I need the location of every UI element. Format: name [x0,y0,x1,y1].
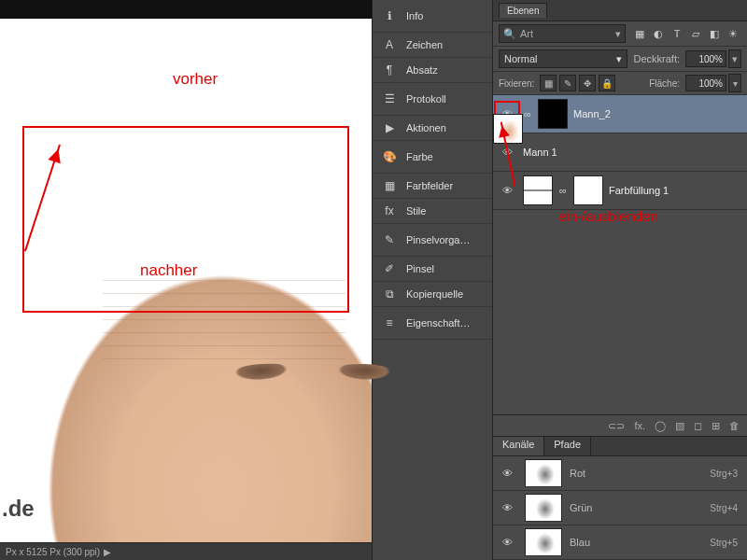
layer-row[interactable]: 👁∞Mann_2 [493,95,747,133]
channel-shortcut: Strg+4 [710,503,743,513]
lock-toggle[interactable]: ▦ [540,75,557,91]
channel-thumb[interactable] [525,528,562,556]
document-dimensions: Px x 5125 Px (300 ppi) [6,547,100,557]
layers-footer-button[interactable]: ⊂⊃ [608,420,625,432]
panel-shortcut-protokoll[interactable]: ☰Protokoll [373,83,492,116]
label-before: vorher [173,70,218,89]
fill-label: Fläche: [649,78,680,89]
panel-icon: ☰ [382,92,397,105]
annotation-text: ein-/ausblenden [549,203,668,230]
chevron-down-icon: ▾ [615,28,621,40]
panel-label: Zeichen [406,39,483,50]
panel-icon: ✎ [382,233,397,246]
mask-thumb[interactable] [573,175,603,205]
layers-footer-button[interactable]: fx. [634,420,645,431]
opacity-label: Deckkraft: [633,53,680,64]
panel-icon: ℹ [382,9,397,22]
panel-label: Pinselvorga… [406,234,483,245]
layers-footer-button[interactable]: ⊞ [712,420,720,432]
filter-icon[interactable]: ▦ [631,25,648,42]
lock-label: Fixieren: [499,78,534,89]
label-after: nachher [140,261,197,280]
collapsed-panels-dock: ℹInfoAZeichen¶Absatz☰Protokoll▶Aktionen🎨… [372,0,493,560]
panel-shortcut-zeichen[interactable]: AZeichen [373,33,492,58]
panel-shortcut-farbe[interactable]: 🎨Farbe [373,141,492,174]
panel-label: Kopierquelle [406,288,483,300]
tab-layers[interactable]: Ebenen [499,3,547,18]
visibility-toggle[interactable]: 👁 [497,497,517,518]
layers-footer-button[interactable]: ◻ [694,420,702,432]
fill-input[interactable] [685,75,726,91]
filter-icon[interactable]: ▱ [687,25,704,42]
layers-footer-button[interactable]: ◯ [655,420,666,432]
lock-toggle[interactable]: 🔒 [599,75,615,91]
channel-thumb[interactable] [525,459,562,487]
panel-shortcut-kopierquelle[interactable]: ⧉Kopierquelle [373,282,492,307]
panel-shortcut-aktionen[interactable]: ▶Aktionen [373,116,492,141]
layer-filter-value: Art [520,28,533,39]
panel-shortcut-farbfelder[interactable]: ▦Farbfelder [373,174,492,199]
panel-icon: ▦ [382,179,397,192]
layer-thumb[interactable] [523,175,553,205]
channel-row[interactable]: 👁BlauStrg+5 [493,525,747,560]
layers-panel-tabbar: Ebenen [493,0,747,21]
layer-name[interactable]: Mann_2 [573,108,743,119]
panel-shortcut-pinsel[interactable]: ✐Pinsel [373,257,492,282]
layers-footer-button[interactable]: ▧ [675,420,684,432]
channel-name: Rot [570,468,585,479]
opacity-input[interactable] [685,50,726,67]
panel-shortcut-eigenschaft[interactable]: ≡Eigenschaft… [373,307,492,340]
blend-mode-select[interactable]: Normal▾ [499,49,627,68]
channel-shortcut: Strg+3 [710,469,743,479]
channel-row[interactable]: 👁GrünStrg+4 [493,491,747,525]
panel-label: Info [406,10,483,21]
status-menu-chevron[interactable]: ▶ [104,547,111,557]
canvas[interactable]: vorher nachher .de [0,0,372,542]
layers-list-area: 👁∞Mann_2👁Mann 1👁∞Farbfüllung 1 ein-/ausb… [493,95,747,414]
layers-panel-footer: ⊂⊃fx.◯▧◻⊞🗑 [493,414,747,436]
panel-icon: ¶ [382,63,397,77]
panel-label: Farbe [406,151,483,162]
tab-channels[interactable]: Kanäle [493,437,544,455]
filter-icon[interactable]: ☀ [725,25,741,42]
panel-icon: ⧉ [382,287,397,301]
panel-label: Stile [406,205,483,217]
link-icon[interactable]: ∞ [523,108,532,119]
panel-shortcut-info[interactable]: ℹInfo [373,0,492,33]
opacity-stepper[interactable]: ▾ [728,49,741,68]
panel-icon: ✐ [382,262,397,275]
mask-thumb[interactable] [538,99,568,129]
visibility-toggle[interactable]: 👁 [497,463,517,483]
fill-stepper[interactable]: ▾ [728,74,741,92]
filter-icon[interactable]: ◐ [650,25,667,42]
panel-label: Aktionen [406,122,483,133]
panel-label: Farbfelder [406,180,483,191]
layer-name[interactable]: Farbfüllung 1 [609,185,743,196]
panel-shortcut-pinselvorga[interactable]: ✎Pinselvorga… [373,224,492,257]
channel-thumb[interactable] [525,494,562,522]
filter-icon[interactable]: T [669,25,685,42]
lock-toggle[interactable]: ✎ [559,75,576,91]
channel-name: Blau [570,537,590,548]
visibility-toggle[interactable]: 👁 [497,532,517,553]
link-icon[interactable]: ∞ [558,185,568,196]
layer-filter-search[interactable]: 🔍 Art ▾ [499,24,626,43]
layer-row[interactable]: 👁Mann 1 [493,133,747,172]
layers-list: 👁∞Mann_2👁Mann 1👁∞Farbfüllung 1 [493,95,747,210]
panel-shortcut-stile[interactable]: fxStile [373,199,492,224]
panel-label: Pinsel [406,263,483,274]
layers-footer-button[interactable]: 🗑 [729,420,740,431]
layer-name[interactable]: Mann 1 [523,147,743,158]
blend-mode-value: Normal [504,53,537,64]
tab-paths[interactable]: Pfade [544,437,591,455]
panels-column: Ebenen 🔍 Art ▾ ▦◐T▱◧☀ Normal▾ Deckkraft:… [493,0,747,560]
panel-icon: A [382,38,397,51]
panel-label: Protokoll [406,93,483,105]
layers-filter-toolbar: 🔍 Art ▾ ▦◐T▱◧☀ [493,21,747,47]
annotation-box [22,126,349,313]
channel-row[interactable]: 👁RotStrg+3 [493,456,747,491]
panel-shortcut-absatz[interactable]: ¶Absatz [373,58,492,83]
lock-toggle[interactable]: ✥ [579,75,596,91]
channels-tabbar: Kanäle Pfade [493,437,747,456]
filter-icon[interactable]: ◧ [706,25,723,42]
